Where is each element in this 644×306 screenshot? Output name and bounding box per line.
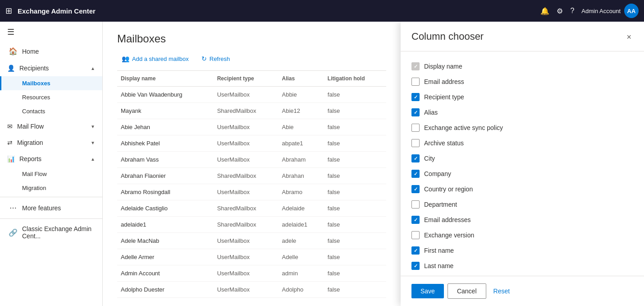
settings-icon[interactable]: ⚙ [557, 7, 563, 15]
cc-item-last_name[interactable]: Last name [411, 258, 633, 274]
sidebar-item-classic-admin[interactable]: 🔗 Classic Exchange Admin Cent... [0, 221, 102, 244]
table-header-row: Display name Recipient type Alias Litiga… [117, 71, 386, 87]
cc-label-first_name: First name [424, 247, 454, 254]
cc-checkbox-email_addresses[interactable] [411, 216, 420, 224]
notifications-icon[interactable]: 🔔 [540, 7, 549, 15]
cc-item-country_region[interactable]: Country or region [411, 181, 633, 197]
col-recipient-type[interactable]: Recipient type [214, 71, 279, 87]
table-row[interactable]: adelaide1 SharedMailbox adelaide1 false [117, 217, 386, 233]
cc-title: Column chooser [411, 31, 484, 42]
cc-item-email_addresses[interactable]: Email addresses [411, 212, 633, 227]
cc-checkbox-city[interactable] [411, 154, 420, 162]
col-display-name[interactable]: Display name [117, 71, 214, 87]
sidebar-reports-label: Reports [19, 155, 41, 162]
cc-item-archive_status[interactable]: Archive status [411, 135, 633, 151]
cc-item-exchange_active_sync[interactable]: Exchange active sync policy [411, 120, 633, 135]
mailflow-chevron: ▼ [91, 124, 95, 129]
table-row[interactable]: Adelaide Castiglio SharedMailbox Adelaid… [117, 200, 386, 217]
cc-checkbox-email_address[interactable] [411, 78, 420, 86]
cell-recipient-type: UserMailbox [214, 265, 279, 282]
table-row[interactable]: Abrahan Flaonier SharedMailbox Abrahan f… [117, 168, 386, 184]
sidebar-item-more-features[interactable]: ⋯ More features [0, 199, 102, 217]
cell-display-name: Abrahan Flaonier [117, 168, 214, 184]
cell-alias: adele [278, 233, 324, 249]
cc-item-department[interactable]: Department [411, 197, 633, 212]
sidebar-divider [0, 197, 102, 197]
grid-icon[interactable]: ⊞ [5, 6, 12, 16]
refresh-button[interactable]: ↻ Refresh [197, 52, 235, 65]
sidebar-item-mailflow-sub[interactable]: Mail Flow [0, 167, 102, 181]
app-title: Exchange Admin Center [18, 7, 540, 15]
user-menu[interactable]: Admin Account AA [581, 4, 639, 18]
cc-checkbox-alias[interactable] [411, 108, 420, 116]
sidebar-item-contacts[interactable]: Contacts [0, 104, 102, 118]
cc-checkbox-country_region[interactable] [411, 185, 420, 193]
sidebar-item-mailboxes[interactable]: Mailboxes [0, 76, 102, 90]
table-row[interactable]: Abraham Vass UserMailbox Abraham false [117, 152, 386, 168]
cc-close-button[interactable]: × [625, 31, 633, 44]
cell-display-name: Adelaide Castiglio [117, 200, 214, 217]
table-row[interactable]: Abramo Rosingdall UserMailbox Abramo fal… [117, 184, 386, 200]
content-header: Mailboxes 👥 Add a shared mailbox ↻ Refre… [103, 22, 401, 71]
cc-reset-button[interactable]: Reset [490, 284, 514, 298]
table-row[interactable]: Adele MacNab UserMailbox adele false [117, 233, 386, 249]
cc-item-first_name[interactable]: First name [411, 243, 633, 258]
table-row[interactable]: Admin Account UserMailbox admin false [117, 265, 386, 282]
cc-checkbox-department[interactable] [411, 200, 420, 209]
cc-cancel-button[interactable]: Cancel [448, 283, 486, 299]
cc-checkbox-first_name[interactable] [411, 246, 420, 255]
cell-litigation-hold: false [324, 87, 386, 103]
cc-checkbox-last_name[interactable] [411, 262, 420, 270]
cc-save-button[interactable]: Save [411, 284, 444, 298]
cc-checkbox-archive_status[interactable] [411, 139, 420, 147]
sidebar-item-resources[interactable]: Resources [0, 90, 102, 104]
cc-checkbox-exchange_version[interactable] [411, 231, 420, 239]
cc-item-city[interactable]: City [411, 151, 633, 166]
cell-display-name: Adolpho Duester [117, 282, 214, 298]
cell-litigation-hold: false [324, 119, 386, 135]
col-litigation-hold[interactable]: Litigation hold [324, 71, 386, 87]
cc-item-exchange_version[interactable]: Exchange version [411, 227, 633, 243]
sidebar-mailflow-header[interactable]: ✉ Mail Flow ▼ [0, 118, 102, 134]
cc-item-company[interactable]: Company [411, 166, 633, 181]
table-row[interactable]: Adelle Armer UserMailbox Adelle false [117, 249, 386, 265]
cc-checkbox-company[interactable] [411, 170, 420, 178]
cc-label-display_name: Display name [424, 63, 462, 70]
add-shared-label: Add a shared mailbox [132, 56, 189, 62]
table-row[interactable]: Abbie Van Waadenburg UserMailbox Abbie f… [117, 87, 386, 103]
refresh-icon: ↻ [201, 55, 207, 62]
sidebar-item-migration-sub[interactable]: Migration [0, 181, 102, 195]
cc-item-recipient_type[interactable]: Recipient type [411, 89, 633, 105]
cell-display-name: Mayank [117, 103, 214, 119]
cc-item-alias[interactable]: Alias [411, 105, 633, 120]
sidebar-item-home[interactable]: 🏠 Home [0, 42, 102, 60]
cell-display-name: Abie Jehan [117, 119, 214, 135]
cc-checkbox-recipient_type[interactable] [411, 93, 420, 101]
add-shared-mailbox-button[interactable]: 👥 Add a shared mailbox [117, 52, 193, 65]
cc-item-display_name[interactable]: Display name [411, 59, 633, 74]
cell-alias: Abrahan [278, 168, 324, 184]
cell-alias: Adelle [278, 249, 324, 265]
hamburger-button[interactable]: ☰ [0, 22, 102, 42]
recipients-chevron: ▲ [91, 66, 95, 71]
help-icon[interactable]: ? [570, 7, 574, 15]
cc-checkbox-exchange_active_sync[interactable] [411, 124, 420, 132]
cell-litigation-hold: false [324, 282, 386, 298]
col-alias[interactable]: Alias [278, 71, 324, 87]
sidebar-reports-header[interactable]: 📊 Reports ▲ [0, 151, 102, 167]
cc-item-email_address[interactable]: Email address [411, 74, 633, 89]
avatar: AA [624, 4, 639, 18]
sidebar-migration-header[interactable]: ⇄ Migration ▼ [0, 134, 102, 151]
sidebar-recipients-header[interactable]: 👤 Recipients ▲ [0, 60, 102, 76]
migration-icon: ⇄ [7, 139, 13, 146]
table-row[interactable]: Abie Jehan UserMailbox Abie false [117, 119, 386, 135]
more-features-icon: ⋯ [9, 204, 18, 212]
table-row[interactable]: Abhishek Patel UserMailbox abpate1 false [117, 135, 386, 152]
table-row[interactable]: Mayank SharedMailbox Abie12 false [117, 103, 386, 119]
cell-alias: Abie [278, 119, 324, 135]
cell-recipient-type: UserMailbox [214, 184, 279, 200]
sidebar-mailflow-sub-label: Mail Flow [22, 171, 47, 177]
table-row[interactable]: Adolpho Duester UserMailbox Adolpho fals… [117, 282, 386, 298]
cell-display-name: Abraham Vass [117, 152, 214, 168]
cc-label-exchange_version: Exchange version [424, 232, 474, 239]
